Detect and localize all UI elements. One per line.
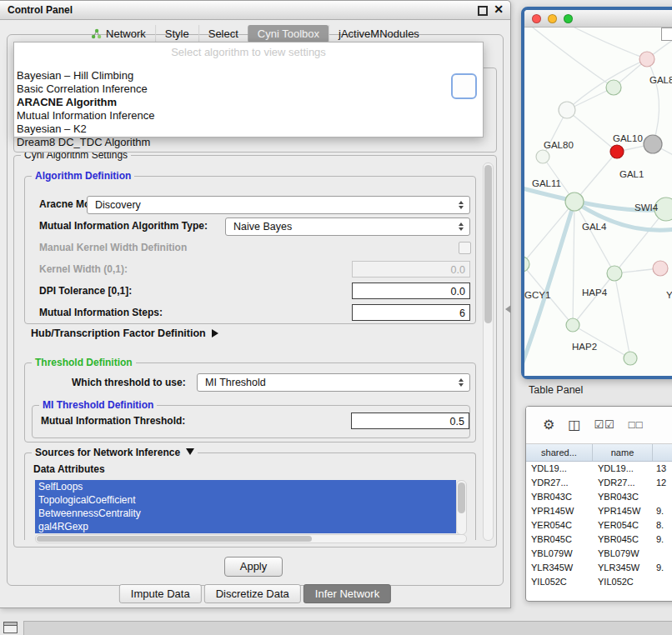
- settings-vscrollbar[interactable]: [483, 162, 494, 541]
- mi-threshold-field[interactable]: 0.5: [351, 412, 469, 429]
- column-header[interactable]: name: [593, 444, 653, 461]
- network-node[interactable]: [610, 145, 624, 158]
- tab-cyni-toolbox[interactable]: Cyni Toolbox: [248, 25, 328, 42]
- manual-kernel-label: Manual Kernel Width Definition: [39, 242, 187, 253]
- network-icon: [91, 28, 102, 39]
- traffic-light-close[interactable]: [532, 14, 541, 23]
- tab-impute-data[interactable]: Impute Data: [119, 584, 202, 603]
- table-cell: [653, 547, 672, 561]
- network-node[interactable]: [559, 102, 575, 118]
- which-threshold-value: MI Threshold: [205, 377, 266, 388]
- panel-divider-handle[interactable]: [505, 305, 511, 313]
- network-overview-toggle[interactable]: [661, 28, 672, 41]
- column-header[interactable]: shared...: [526, 444, 593, 461]
- sources-toggle[interactable]: Sources for Network Inference: [32, 447, 198, 458]
- bottom-tab-bar: Impute Data Discretize Data Infer Networ…: [119, 584, 391, 603]
- mi-type-combobox[interactable]: Naive Bayes: [225, 218, 470, 236]
- minimized-panel-icon[interactable]: [3, 622, 18, 633]
- network-node[interactable]: [565, 192, 584, 211]
- table-row[interactable]: YLR345WYLR345W9.: [526, 561, 672, 575]
- column-header[interactable]: [653, 444, 672, 461]
- tab-select[interactable]: Select: [198, 25, 248, 42]
- tab-network[interactable]: Network: [82, 25, 155, 42]
- network-canvas[interactable]: GAL8GAL80GAL10GAL1GAL11SWI4GAL4GCY1HAP4Y…: [524, 28, 672, 376]
- table-cell: YER054C: [526, 518, 593, 532]
- traffic-light-zoom[interactable]: [564, 14, 573, 23]
- table-cell: YER054C: [593, 518, 653, 532]
- tab-jactivemnodules[interactable]: jActiveMNodules: [328, 25, 429, 42]
- select-all-icon[interactable]: ☑☑: [594, 418, 614, 432]
- network-node[interactable]: [566, 318, 579, 332]
- attribute-item[interactable]: gal4RGexp: [35, 520, 456, 533]
- algorithm-option[interactable]: Bayesian – K2: [16, 122, 481, 136]
- algorithm-definition-legend: Algorithm Definition: [32, 170, 134, 182]
- table-cell: YDR27...: [593, 476, 653, 490]
- algorithm-option[interactable]: Bayesian – Hill Climbing: [16, 69, 481, 82]
- table-cell: YBR043C: [526, 490, 593, 504]
- attribute-list-vscrollbar[interactable]: [456, 480, 467, 535]
- kernel-width-label: Kernel Width (0,1):: [39, 263, 128, 275]
- table-cell: YBR045C: [526, 532, 593, 547]
- network-node-label: GCY1: [524, 290, 550, 300]
- network-view-window: GAL8GAL80GAL10GAL1GAL11SWI4GAL4GCY1HAP4Y…: [521, 7, 672, 379]
- attribute-item[interactable]: BetweennessCentrality: [35, 507, 456, 520]
- focused-toolbar-button[interactable]: [451, 73, 477, 99]
- table-cell: YDL19...: [593, 462, 653, 476]
- network-node[interactable]: [624, 352, 637, 365]
- table-cell: YBR045C: [593, 532, 653, 547]
- table-row[interactable]: YER054CYER054C8.: [526, 518, 672, 532]
- network-node[interactable]: [644, 135, 662, 153]
- network-node[interactable]: [606, 80, 621, 95]
- attribute-list-hscrollbar[interactable]: [35, 534, 467, 543]
- table-row[interactable]: YBR043CYBR043C: [526, 490, 672, 504]
- tab-infer-network[interactable]: Infer Network: [303, 584, 391, 603]
- deselect-all-icon[interactable]: □□: [629, 418, 644, 432]
- network-node[interactable]: [639, 52, 654, 67]
- attribute-item[interactable]: TopologicalCoefficient: [35, 493, 456, 507]
- table-row[interactable]: YDL19...YDL19...13: [526, 462, 672, 476]
- tab-style[interactable]: Style: [155, 25, 198, 42]
- combo-arrows-icon: [456, 199, 466, 211]
- manual-kernel-checkbox[interactable]: [459, 242, 471, 254]
- which-threshold-combobox[interactable]: MI Threshold: [197, 373, 470, 392]
- combo-arrows-icon: [456, 221, 466, 232]
- aracne-mode-combobox[interactable]: Discovery: [87, 196, 470, 214]
- network-node[interactable]: [524, 257, 529, 272]
- algorithm-placeholder: Select algorithm to view settings: [14, 46, 483, 58]
- table-row[interactable]: YPR145WYPR145W9.: [526, 504, 672, 518]
- table-row[interactable]: YIL052CYIL052C: [526, 575, 672, 589]
- gear-icon[interactable]: ⚙: [543, 418, 554, 432]
- table-row[interactable]: YBL079WYBL079W: [526, 547, 672, 561]
- mi-steps-label: Mutual Information Steps:: [39, 307, 163, 318]
- traffic-light-minimize[interactable]: [548, 14, 557, 23]
- kernel-width-field[interactable]: 0.0: [352, 261, 470, 278]
- algorithm-option[interactable]: Mutual Information Inference: [16, 109, 481, 122]
- apply-button[interactable]: Apply: [224, 557, 283, 577]
- network-edge: [574, 28, 647, 59]
- network-node[interactable]: [653, 261, 668, 276]
- table-cell: YLR345W: [593, 561, 653, 575]
- dpi-tolerance-field[interactable]: 0.0: [352, 282, 470, 299]
- cyni-algorithm-settings-group: Cyni Algorithm Settings Algorithm Defini…: [13, 155, 497, 548]
- table-body: YDL19...YDL19...13YDR27...YDR27...12YBR0…: [526, 462, 672, 589]
- network-node[interactable]: [536, 150, 549, 163]
- table-row[interactable]: YDR27...YDR27...12: [526, 476, 672, 490]
- tab-discretize-data[interactable]: Discretize Data: [204, 584, 301, 603]
- tab-label: Network: [106, 28, 146, 40]
- table-toolbar: ⚙◫☑☑□□: [526, 407, 672, 444]
- algorithm-option[interactable]: Dream8 DC_TDC Algorithm: [16, 136, 481, 149]
- table-cell: YDR27...: [526, 476, 593, 490]
- table-cell: YPR145W: [526, 504, 593, 518]
- algorithm-option[interactable]: ARACNE Algorithm: [16, 96, 481, 109]
- table-row[interactable]: YBR045CYBR045C9.: [526, 532, 672, 547]
- mi-steps-field[interactable]: 6: [352, 304, 470, 321]
- algorithm-option[interactable]: Basic Correlation Inference: [16, 82, 481, 96]
- network-edge: [567, 110, 617, 152]
- hub-section-toggle[interactable]: Hub/Transcription Factor Definition: [31, 328, 218, 339]
- columns-icon[interactable]: ◫: [568, 418, 580, 432]
- attribute-item[interactable]: SelfLoops: [35, 480, 456, 493]
- network-node[interactable]: [607, 266, 622, 281]
- float-window-button[interactable]: [478, 6, 488, 16]
- close-window-button[interactable]: ✕: [494, 2, 504, 16]
- network-window-titlebar: [524, 10, 672, 28]
